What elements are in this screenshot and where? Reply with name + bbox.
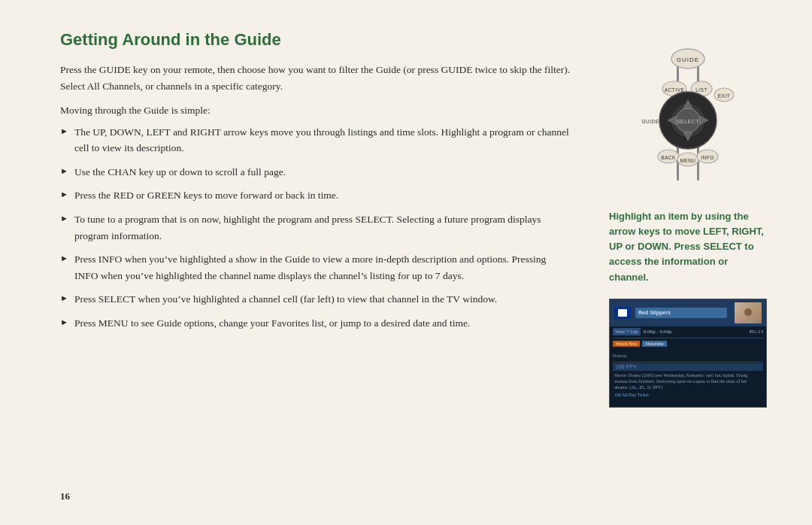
- date-time-row: Wed 7-14p 8:00p - 9:00p PG-13: [610, 326, 766, 337]
- guide-logo: [614, 307, 631, 319]
- bullet-text: Press the RED or GREEN keys to move forw…: [74, 187, 338, 204]
- remote-diagram: GUIDE ACTIVE LIST EXIT GUIDE: [613, 38, 763, 196]
- watch-now-btn: Watch Now: [613, 341, 640, 347]
- svg-text:BACK: BACK: [661, 155, 676, 160]
- divider: [613, 338, 763, 338]
- screenshot-inner: Red Slippers Wed 7-14p 8:00p - 9:00p PG-…: [610, 299, 766, 407]
- bullet-arrow-icon: ►: [60, 165, 68, 178]
- guide-logo-inner: [618, 309, 627, 317]
- remote-svg: GUIDE ACTIVE LIST EXIT GUIDE: [613, 38, 763, 196]
- divider2: [613, 362, 763, 363]
- list-item: ► Press SELECT when you’ve highlighted a…: [60, 291, 571, 308]
- bullet-text: Use the CHAN key up or down to scroll a …: [74, 164, 286, 181]
- bullet-text: Press MENU to see Guide options, change …: [74, 315, 470, 332]
- svg-text:EXIT: EXIT: [718, 93, 730, 99]
- svg-text:ACTIVE: ACTIVE: [665, 87, 685, 93]
- bullet-arrow-icon: ►: [60, 252, 68, 266]
- guide-buttons: Watch Now Showtime: [610, 339, 766, 348]
- showtime-btn: Showtime: [642, 341, 666, 347]
- moving-text: Moving through the Guide is simple:: [60, 105, 571, 117]
- bullet-arrow-icon: ►: [60, 188, 68, 202]
- caption-text: Highlight an item by using the arrow key…: [609, 209, 767, 285]
- svg-text:GUIDE: GUIDE: [641, 119, 659, 124]
- show-date: Wed 7-14p: [613, 328, 641, 335]
- main-content: Getting Around in the Guide Press the GU…: [60, 30, 571, 495]
- bullet-arrow-icon: ►: [60, 125, 68, 138]
- channel-label: 106 PPV: [616, 364, 637, 369]
- bullet-arrow-icon: ►: [60, 316, 68, 329]
- list-item: ► Press the RED or GREEN keys to move fo…: [60, 187, 571, 204]
- svg-text:LIST: LIST: [695, 87, 707, 93]
- guide-header: Red Slippers: [610, 299, 766, 326]
- intro-paragraph: Press the GUIDE key on your remote, then…: [60, 62, 571, 96]
- show-rating: PG-13: [750, 329, 763, 335]
- show-description: Movie: Drama (2005) new Wednesday, Roman…: [610, 372, 766, 392]
- svg-text:INFO: INFO: [701, 155, 714, 160]
- list-item: ► Use the CHAN key up or down to scroll …: [60, 164, 571, 181]
- list-item: ► The UP, DOWN, LEFT and RIGHT arrow key…: [60, 124, 571, 156]
- guide-screenshot: Red Slippers Wed 7-14p 8:00p - 9:00p PG-…: [609, 299, 767, 408]
- bullet-text: Press SELECT when you’ve highlighted a c…: [74, 291, 497, 308]
- svg-text:SELECT: SELECT: [677, 119, 699, 124]
- list-item: ► To tune to a program that is on now, h…: [60, 211, 571, 244]
- list-item: ► Press INFO when you’ve highlighted a s…: [60, 251, 571, 284]
- bullet-arrow-icon: ►: [60, 292, 68, 305]
- bullet-arrow-icon: ►: [60, 212, 68, 226]
- svg-text:MENU: MENU: [680, 158, 695, 163]
- show-title: Red Slippers: [638, 310, 671, 315]
- right-panel: GUIDE ACTIVE LIST EXIT GUIDE: [601, 30, 774, 495]
- bullet-text: The UP, DOWN, LEFT and RIGHT arrow keys …: [74, 124, 571, 156]
- list-item: ► Press MENU to see Guide options, chang…: [60, 315, 571, 332]
- svg-text:GUIDE: GUIDE: [677, 56, 699, 63]
- bullet-text: To tune to a program that is on now, hig…: [74, 211, 571, 244]
- show-time: 8:00p - 9:00p: [644, 329, 672, 335]
- bullet-list: ► The UP, DOWN, LEFT and RIGHT arrow key…: [60, 124, 571, 332]
- page-container: Getting Around in the Guide Press the GU…: [0, 0, 812, 525]
- page-number: 16: [60, 490, 70, 502]
- bullet-text: Press INFO when you’ve highlighted a sho…: [74, 251, 571, 284]
- page-title: Getting Around in the Guide: [60, 30, 571, 50]
- allday-label: 106 All Day Ticket: [610, 392, 766, 398]
- ppv-header: 106 PPV: [613, 363, 763, 371]
- drama-label: Drama: [613, 354, 626, 358]
